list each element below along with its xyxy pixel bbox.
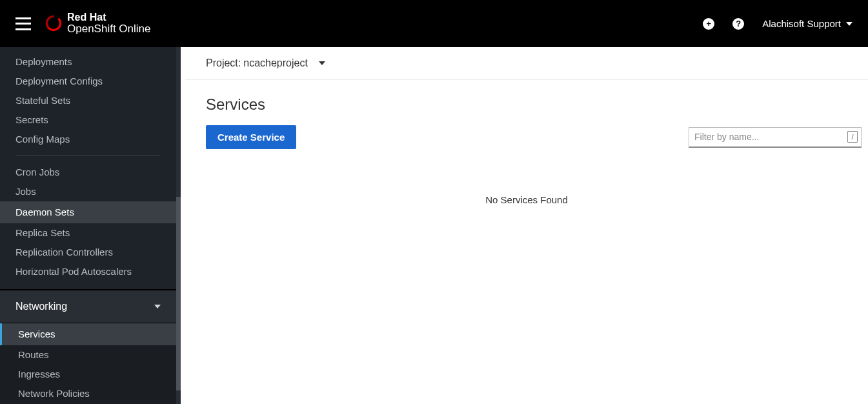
sidebar-scrollbar-thumb[interactable]: [176, 197, 181, 390]
page-title: Services: [185, 80, 868, 125]
project-selector[interactable]: Project: ncacheproject: [185, 47, 868, 80]
project-prefix: Project:: [206, 57, 241, 69]
caret-down-icon: [846, 22, 853, 26]
filter-shortcut-key: /: [847, 131, 858, 143]
brand[interactable]: Red Hat OpenShift Online: [45, 12, 150, 35]
create-service-button[interactable]: Create Service: [206, 125, 296, 149]
sidebar-divider: [15, 156, 161, 156]
brand-text: Red Hat OpenShift Online: [67, 12, 150, 35]
hamburger-menu-icon[interactable]: [15, 17, 31, 30]
sidebar-item-ingresses[interactable]: Ingresses: [0, 365, 176, 384]
sidebar-item-replication-controllers[interactable]: Replication Controllers: [0, 243, 176, 262]
chevron-down-icon: [154, 305, 161, 308]
sidebar-item-services[interactable]: Services: [0, 323, 176, 345]
sidebar-category-label: Networking: [15, 301, 67, 312]
add-icon[interactable]: +: [703, 18, 714, 30]
sidebar-group-workloads-b: Cron Jobs Jobs Daemon Sets Replica Sets …: [0, 163, 176, 289]
sidebar-item-hpa[interactable]: Horizontal Pod Autoscalers: [0, 262, 176, 289]
user-menu[interactable]: Alachisoft Support: [762, 18, 853, 29]
sidebar: ▴ Deployments Deployment Configs Statefu…: [0, 47, 181, 404]
topbar: Red Hat OpenShift Online + ? Alachisoft …: [0, 0, 868, 47]
sidebar-subgroup-networking: Services Routes Ingresses Network Polici…: [0, 323, 176, 404]
sidebar-item-jobs[interactable]: Jobs: [0, 182, 176, 201]
sidebar-item-cron-jobs[interactable]: Cron Jobs: [0, 163, 176, 182]
brand-line1: Red Hat: [67, 12, 150, 23]
actions-row: Create Service /: [185, 125, 868, 149]
filter-wrap: /: [689, 127, 862, 148]
project-name: ncacheproject: [243, 57, 308, 69]
filter-input[interactable]: [689, 127, 862, 148]
sidebar-item-deployments[interactable]: Deployments: [0, 52, 176, 72]
sidebar-item-replica-sets[interactable]: Replica Sets: [0, 223, 176, 243]
redhat-logo-icon: [45, 15, 62, 32]
user-label: Alachisoft Support: [762, 18, 841, 29]
sidebar-item-network-policies[interactable]: Network Policies: [0, 384, 176, 404]
sidebar-item-deployment-configs[interactable]: Deployment Configs: [0, 72, 176, 91]
main-content: Project: ncacheproject Services Create S…: [185, 47, 868, 404]
sidebar-item-daemon-sets[interactable]: Daemon Sets: [0, 201, 176, 223]
sidebar-category-networking[interactable]: Networking: [0, 290, 176, 323]
sidebar-item-stateful-sets[interactable]: Stateful Sets: [0, 91, 176, 110]
help-icon[interactable]: ?: [732, 18, 744, 30]
sidebar-group-workloads-a: Deployments Deployment Configs Stateful …: [0, 47, 176, 149]
topbar-right: + ? Alachisoft Support: [703, 18, 853, 30]
sidebar-item-routes[interactable]: Routes: [0, 345, 176, 365]
sidebar-scrollbar-track[interactable]: [176, 47, 181, 404]
sidebar-item-config-maps[interactable]: Config Maps: [0, 130, 176, 149]
empty-state-text: No Services Found: [185, 194, 868, 205]
sidebar-item-secrets[interactable]: Secrets: [0, 110, 176, 130]
caret-down-icon: [319, 61, 325, 65]
